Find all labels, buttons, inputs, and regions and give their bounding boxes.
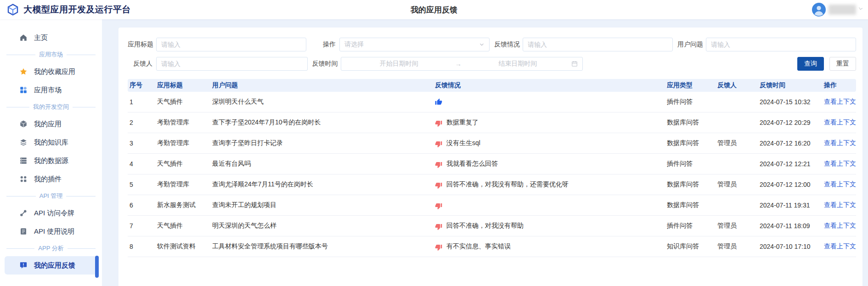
- feedback-comment: 数据重复了: [446, 118, 479, 127]
- view-context-link[interactable]: 查看上下文: [824, 118, 856, 126]
- table-row: 6 新水服务测试 查询未开工的规划项目 数据库问答: [128, 195, 856, 216]
- cell-app-type: 数据库问答: [667, 201, 717, 209]
- cell-index: 4: [130, 160, 157, 168]
- sidebar-item-my-app-feedback[interactable]: 我的应用反馈: [5, 256, 97, 275]
- thumbs-down-icon: [435, 202, 442, 210]
- date-range-picker[interactable]: 开始日期时间 → 结束日期时间: [341, 57, 583, 71]
- cell-user-question: 查下李子坚2024年7月10号的在岗时长: [212, 118, 435, 127]
- cell-app-type: 数据库问答: [667, 118, 717, 127]
- view-context-link[interactable]: 查看上下文: [824, 180, 856, 188]
- section-dash: [67, 55, 96, 55]
- sidebar-item-my-data-sources[interactable]: 我的数据源: [5, 151, 97, 170]
- thumbs-up-icon: [435, 98, 442, 106]
- reset-button[interactable]: 重置: [829, 57, 856, 71]
- section-dash: [68, 248, 96, 249]
- cell-user-question: 明天深圳的天气怎么样: [212, 222, 435, 230]
- view-context-link[interactable]: 查看上下文: [824, 98, 856, 105]
- cell-feedback-time: 2024-07-12 16:20: [760, 140, 824, 147]
- avatar-icon[interactable]: [812, 3, 826, 17]
- cell-app-title: 天气插件: [157, 222, 212, 230]
- cell-feedback-time: 2024-07-10 17:10: [760, 243, 824, 250]
- column-header: 反馈时间: [760, 81, 824, 90]
- sidebar-section-app-market: 应用市场: [0, 47, 102, 62]
- user-caret-icon: ⌵: [858, 5, 863, 11]
- cell-feedback: [435, 202, 667, 209]
- brand: 大模型应用开发及运行平台: [0, 3, 131, 16]
- cell-app-title: 新水服务测试: [157, 201, 212, 209]
- cell-feedback: 没有生生sql: [435, 139, 667, 147]
- user-menu[interactable]: ⌵: [812, 3, 862, 17]
- cell-app-title: 考勤管理库: [157, 118, 212, 127]
- view-context-link[interactable]: 查看上下文: [824, 242, 856, 250]
- cell-feedback: 有不实信息、事实错误: [435, 242, 667, 251]
- operation-select[interactable]: 请选择: [339, 38, 490, 51]
- section-dash: [66, 196, 96, 196]
- cell-feedback-time: 2024-07-12 20:29: [760, 119, 824, 126]
- feedback-table: 序号应用标题用户问题反馈情况应用类型反馈人反馈时间操作 1 天气插件 深圳明天什…: [128, 79, 856, 257]
- cell-index: 6: [130, 202, 157, 209]
- table-row: 2 考勤管理库 查下李子坚2024年7月10号的在岗时长 数据重复了 数据库问答: [128, 112, 856, 133]
- feedback-comment: 我就看看怎么回答: [446, 160, 498, 168]
- user-name-redacted: [829, 5, 856, 15]
- column-header: 应用类型: [667, 81, 717, 90]
- sidebar-section-dev-space: 我的开发空间: [0, 99, 102, 115]
- cube-icon: [19, 120, 28, 128]
- cell-app-title: 天气插件: [157, 98, 212, 106]
- column-header: 序号: [130, 81, 157, 90]
- cell-feedback: 数据重复了: [435, 118, 667, 127]
- feedback-comment: 有不实信息、事实错误: [446, 242, 511, 251]
- cell-feedback-time: 2024-07-11 18:09: [760, 222, 824, 230]
- sidebar-section-app-analysis: APP 分析: [0, 241, 102, 256]
- feedback-input[interactable]: [528, 41, 668, 48]
- sidebar-item-home[interactable]: 主页: [5, 28, 97, 47]
- column-header: 操作: [824, 81, 856, 90]
- cell-user-question: 查询李子坚昨日打卡记录: [212, 139, 435, 147]
- database-icon: [19, 157, 28, 165]
- view-context-link[interactable]: 查看上下文: [824, 160, 856, 167]
- view-context-link[interactable]: 查看上下文: [824, 201, 856, 208]
- view-context-link[interactable]: 查看上下文: [824, 139, 856, 146]
- feedback-icon: [19, 261, 28, 269]
- cell-feedback: 我就看看怎么回答: [435, 160, 667, 168]
- sidebar-item-api-token[interactable]: API 访问令牌: [5, 204, 97, 222]
- cell-feedback-time: 2024-07-12 12:21: [760, 160, 824, 168]
- scrollbar-thumb[interactable]: [95, 256, 99, 278]
- cell-app-type: 数据库问答: [667, 139, 717, 147]
- cell-app-type: 插件问答: [667, 160, 717, 168]
- sidebar-item-app-market[interactable]: 应用市场: [5, 81, 97, 99]
- cell-index: 8: [130, 243, 157, 250]
- view-context-link[interactable]: 查看上下文: [824, 222, 856, 229]
- sidebar-item-my-apps[interactable]: 我的应用: [5, 115, 97, 133]
- range-arrow-icon: →: [452, 60, 464, 67]
- start-date-placeholder: 开始日期时间: [346, 60, 453, 68]
- search-button[interactable]: 查询: [797, 57, 824, 71]
- thumbs-down-icon: [435, 223, 442, 230]
- table-row: 5 考勤管理库 查询尤泽顺24年7月11号的在岗时长 回答不准确，对我没有帮助，…: [128, 174, 856, 195]
- content-card: 应用标题 操作 请选择 反馈情况 用户: [118, 28, 862, 286]
- main-area: 应用标题 操作 请选择 反馈情况 用户: [102, 19, 868, 286]
- thumbs-down-icon: [435, 140, 442, 148]
- filter-row-1: 应用标题 操作 请选择 反馈情况 用户: [128, 38, 856, 51]
- filter-row-2: 反馈人 反馈时间 开始日期时间 → 结束日期时间: [128, 57, 856, 71]
- section-dash: [6, 55, 35, 55]
- column-header: 应用标题: [157, 81, 212, 90]
- app-title-input[interactable]: [161, 41, 301, 48]
- topbar: 大模型应用开发及运行平台 我的应用反馈 ⌵: [0, 0, 868, 19]
- thumbs-down-icon: [435, 244, 442, 251]
- cell-user-question: 最近有台风吗: [212, 160, 435, 168]
- sidebar-item-my-favorite-apps[interactable]: 我的收藏应用: [5, 62, 97, 81]
- filter-label-app-title: 应用标题: [128, 40, 156, 49]
- feedback-user-input[interactable]: [161, 60, 303, 67]
- sidebar-item-api-docs[interactable]: API 使用说明: [5, 222, 97, 241]
- market-grid-icon: [19, 86, 28, 94]
- filter-label-user-question: 用户问题: [677, 40, 706, 49]
- user-question-input[interactable]: [711, 41, 851, 48]
- sidebar: 主页 应用市场 我的收藏应用 应用市场: [0, 19, 102, 286]
- column-header: 用户问题: [212, 81, 435, 90]
- chevron-down-icon: [479, 42, 485, 47]
- cell-feedback-user: 管理员: [717, 180, 760, 189]
- cell-app-title: 天气插件: [157, 160, 212, 168]
- sidebar-item-my-knowledge-bases[interactable]: 我的知识库: [5, 133, 97, 151]
- sidebar-item-my-plugins[interactable]: 我的插件: [5, 170, 97, 188]
- cell-index: 2: [130, 119, 157, 126]
